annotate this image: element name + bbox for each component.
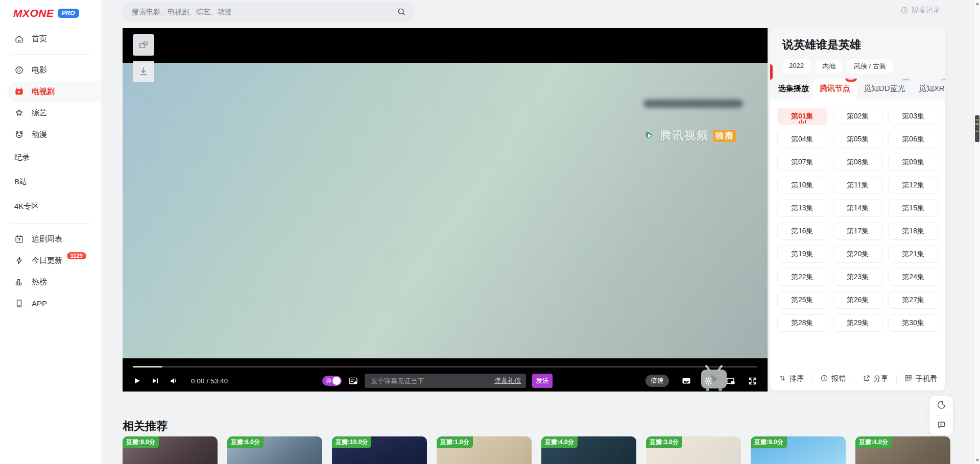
popup-window-button[interactable] bbox=[133, 34, 154, 56]
volume-button[interactable] bbox=[169, 376, 178, 385]
fullscreen-button[interactable] bbox=[748, 376, 757, 386]
episode-button-第28集[interactable]: 第28集 bbox=[777, 314, 827, 332]
recommendation-card[interactable]: 豆瓣:4.0分 bbox=[541, 436, 636, 464]
film-icon bbox=[14, 65, 24, 75]
seek-bar[interactable] bbox=[133, 366, 757, 368]
sidebar-item-电影[interactable]: 电影 bbox=[7, 60, 101, 80]
scrollbar-up-arrow[interactable] bbox=[975, 2, 979, 5]
action-排序[interactable]: 排序 bbox=[778, 374, 804, 384]
scrollbar-down-arrow[interactable] bbox=[975, 459, 979, 462]
action-报错[interactable]: 报错 bbox=[820, 374, 846, 384]
recommendation-card[interactable]: 豆瓣:9.0分 bbox=[123, 436, 218, 464]
episode-button-第02集[interactable]: 第02集 bbox=[833, 108, 883, 125]
episode-button-第01集[interactable]: 第01集 bbox=[777, 108, 827, 125]
next-episode-button[interactable] bbox=[151, 377, 159, 385]
popup-window-icon bbox=[138, 39, 149, 51]
sidebar-item-动漫[interactable]: 动漫 bbox=[7, 124, 101, 144]
recommendation-card[interactable]: 豆瓣:6.0分 bbox=[227, 436, 322, 464]
episode-button-第12集[interactable]: 第12集 bbox=[888, 177, 938, 194]
action-分享[interactable]: 分享 bbox=[863, 374, 888, 384]
episode-button-第23集[interactable]: 第23集 bbox=[833, 268, 883, 286]
watch-history-button[interactable]: 观看记录 bbox=[900, 6, 940, 15]
sidebar-item-APP[interactable]: APP bbox=[7, 293, 101, 313]
episode-button-第18集[interactable]: 第18集 bbox=[888, 223, 938, 240]
show-tag[interactable]: 武侠 / 古装 bbox=[847, 59, 893, 74]
episode-button-第05集[interactable]: 第05集 bbox=[833, 131, 883, 148]
danmaku-input-box[interactable]: 弹幕礼仪 bbox=[365, 374, 526, 388]
settings-button[interactable] bbox=[704, 376, 713, 386]
episode-button-第29集[interactable]: 第29集 bbox=[833, 314, 883, 332]
episode-button-第11集[interactable]: 第11集 bbox=[833, 177, 883, 194]
episode-button-第06集[interactable]: 第06集 bbox=[888, 131, 938, 148]
source-tab-觅知DD蓝光[interactable]: 觅知DD蓝光30 bbox=[857, 79, 912, 100]
episode-button-第16集[interactable]: 第16集 bbox=[777, 223, 827, 240]
clock-icon bbox=[900, 6, 909, 14]
play-button[interactable] bbox=[133, 376, 141, 385]
episode-button-第09集[interactable]: 第09集 bbox=[888, 154, 938, 171]
episode-button-第30集[interactable]: 第30集 bbox=[888, 314, 938, 332]
sidebar-item-电视剧[interactable]: 电视剧 bbox=[7, 81, 101, 102]
action-手机看[interactable]: 手机看 bbox=[904, 374, 937, 384]
episode-button-第15集[interactable]: 第15集 bbox=[888, 200, 938, 217]
danmaku-input[interactable] bbox=[370, 377, 490, 385]
sidebar-item-label: 热榜 bbox=[32, 277, 47, 287]
recommendation-card[interactable]: 豆瓣:9.0分 bbox=[751, 436, 846, 464]
episode-button-第19集[interactable]: 第19集 bbox=[777, 246, 827, 263]
search-icon[interactable] bbox=[397, 7, 406, 16]
sidebar-item-综艺[interactable]: 综艺 bbox=[7, 103, 101, 123]
douban-rating-badge: 豆瓣:10.0分 bbox=[332, 436, 371, 448]
sidebar-item-追剧周表[interactable]: 追剧周表 bbox=[7, 229, 101, 249]
search-bar[interactable] bbox=[122, 1, 415, 22]
danmaku-toggle[interactable]: 弹 bbox=[322, 376, 342, 386]
video-player[interactable]: 腾讯视频 独播 bbox=[123, 28, 768, 392]
time-display: 0:00 / 53:40 bbox=[191, 377, 228, 385]
video-frame[interactable]: 腾讯视频 独播 bbox=[123, 63, 768, 358]
sidebar-item-label: 综艺 bbox=[32, 108, 47, 118]
sidebar-item-4K专区[interactable]: 4K专区 bbox=[7, 194, 101, 218]
pip-button[interactable] bbox=[725, 376, 736, 386]
episode-button-第10集[interactable]: 第10集 bbox=[777, 177, 827, 194]
danmaku-settings-button[interactable] bbox=[348, 376, 358, 386]
episode-button-第24集[interactable]: 第24集 bbox=[888, 268, 938, 286]
episode-button-第13集[interactable]: 第13集 bbox=[777, 200, 827, 217]
gear-icon bbox=[704, 376, 713, 386]
episode-button-第22集[interactable]: 第22集 bbox=[777, 268, 827, 286]
source-tab-觅知XR[interactable]: 觅知XR30 bbox=[912, 79, 945, 100]
episode-button-第04集[interactable]: 第04集 bbox=[777, 131, 827, 148]
episode-button-第14集[interactable]: 第14集 bbox=[833, 200, 883, 217]
danmaku-etiquette-link[interactable]: 弹幕礼仪 bbox=[494, 376, 521, 385]
playback-speed-button[interactable]: 倍速 bbox=[646, 375, 669, 387]
episode-button-第08集[interactable]: 第08集 bbox=[833, 154, 883, 171]
page-scrollbar[interactable] bbox=[973, 0, 980, 464]
sidebar-item-纪录[interactable]: 纪录 bbox=[7, 145, 101, 169]
tencent-watermark: 腾讯视频 独播 bbox=[642, 128, 736, 143]
episode-button-第07集[interactable]: 第07集 bbox=[777, 154, 827, 171]
dark-mode-button[interactable] bbox=[929, 396, 953, 416]
show-tag[interactable]: 2022 bbox=[782, 59, 810, 74]
episode-button-第21集[interactable]: 第21集 bbox=[888, 246, 938, 263]
episode-button-第03集[interactable]: 第03集 bbox=[888, 108, 938, 125]
sidebar-item-今日更新[interactable]: 今日更新1129 bbox=[7, 250, 101, 271]
recommendation-card[interactable]: 豆瓣:10.0分 bbox=[332, 436, 427, 464]
show-tag[interactable]: 内地 bbox=[816, 59, 842, 74]
brand-logo[interactable]: MXONE PRO bbox=[0, 0, 101, 25]
scrollbar-thumb[interactable] bbox=[975, 115, 979, 142]
sidebar-item-B站[interactable]: B站 bbox=[7, 170, 101, 193]
episode-button-第17集[interactable]: 第17集 bbox=[833, 223, 883, 240]
sidebar-item-首页[interactable]: 首页 bbox=[7, 29, 101, 49]
episode-button-第27集[interactable]: 第27集 bbox=[888, 291, 938, 309]
feedback-button[interactable] bbox=[929, 416, 953, 435]
recommendation-card[interactable]: 豆瓣:3.0分 bbox=[646, 436, 741, 464]
recommendation-card[interactable]: 豆瓣:4.0分 bbox=[855, 436, 950, 464]
download-button[interactable] bbox=[133, 61, 154, 82]
episode-button-第25集[interactable]: 第25集 bbox=[777, 291, 827, 309]
subtitle-button[interactable] bbox=[681, 376, 692, 386]
search-input[interactable] bbox=[131, 7, 397, 16]
sidebar-item-热榜[interactable]: 热榜 bbox=[7, 272, 101, 292]
source-tab-腾讯节点[interactable]: 腾讯节点30 bbox=[813, 79, 857, 100]
sidebar-group: 电影电视剧综艺动漫 bbox=[0, 60, 101, 144]
danmaku-send-button[interactable]: 发送 bbox=[532, 374, 553, 388]
episode-button-第20集[interactable]: 第20集 bbox=[833, 246, 883, 263]
episode-button-第26集[interactable]: 第26集 bbox=[833, 291, 883, 309]
recommendation-card[interactable]: 豆瓣:1.0分 bbox=[437, 436, 532, 464]
